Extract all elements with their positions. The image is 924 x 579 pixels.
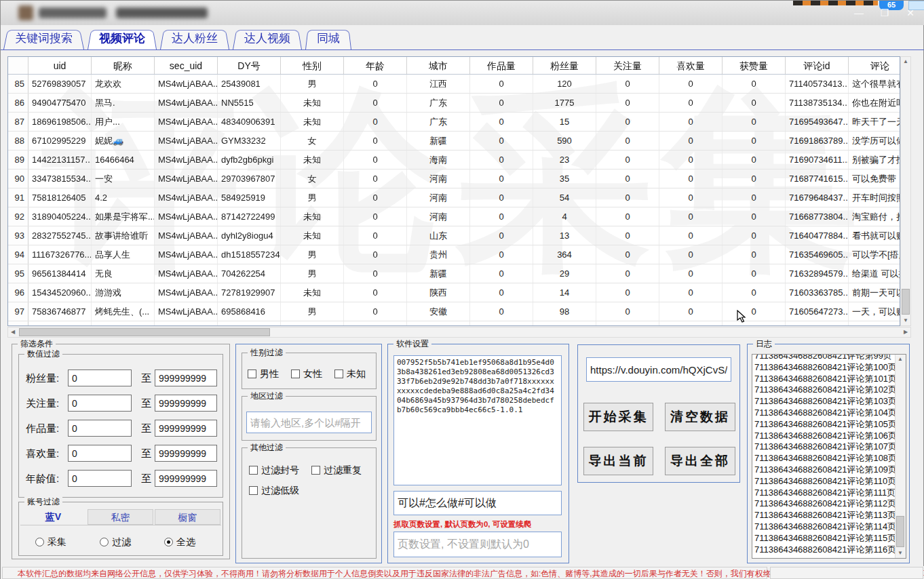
column-header-11[interactable]: 喜欢量	[659, 57, 723, 74]
log-listbox[interactable]: 7113864346882608421评论第99页711386434688260…	[752, 354, 906, 559]
account-radio-1[interactable]: 采集	[35, 536, 66, 548]
table-row[interactable]: 9596561384414无良MS4wLjABAA...704262254男0新…	[8, 264, 900, 283]
column-header-13[interactable]: 评论id	[786, 57, 849, 74]
log-entry: 7113864346882608421评论第106页	[754, 431, 893, 442]
log-scrollbar[interactable]: ▲ ▼	[895, 355, 906, 558]
numeric-filter-to-input[interactable]	[155, 395, 217, 412]
row-number: 94	[8, 245, 28, 264]
table-row[interactable]: 9615434520960...游游戏MS4wLjABAA...72781929…	[8, 283, 900, 302]
license-textarea[interactable]: 007952f5b5b741eb1ef95068a8d1b95e4d03b8a4…	[393, 355, 562, 485]
column-header-2[interactable]: 昵称	[92, 57, 155, 74]
table-cell: 13	[533, 226, 596, 245]
log-scroll-thumb[interactable]	[896, 516, 904, 547]
numeric-filter-to-input[interactable]	[155, 470, 217, 487]
numeric-filter-from-input[interactable]	[68, 445, 132, 462]
gender-checkbox-2[interactable]: 女性	[291, 368, 322, 380]
gender-checkbox-3[interactable]: 未知	[334, 368, 366, 380]
column-header-4[interactable]: DY号	[218, 57, 281, 74]
table-cell: 0	[596, 169, 659, 188]
table-cell: 七年&	[92, 321, 155, 326]
numeric-filter-to-input[interactable]	[155, 445, 217, 462]
start-collect-button[interactable]: 开始采集	[583, 403, 653, 431]
column-header-14[interactable]: 评论	[849, 57, 900, 74]
account-radio-2[interactable]: 过滤	[100, 536, 131, 548]
numeric-filter-to-input[interactable]	[155, 420, 217, 437]
column-header-1[interactable]: uid	[28, 57, 92, 74]
other-checkbox-2[interactable]: 过滤重复	[311, 464, 362, 477]
table-row[interactable]: 9328327552745...故事讲给谁听MS4wLjABAA...dyhl2…	[8, 226, 900, 245]
numeric-filter-from-input[interactable]	[68, 395, 132, 412]
other-checkbox-3[interactable]: 过滤低级	[249, 485, 299, 497]
column-header-5[interactable]: 性别	[281, 57, 344, 74]
region-input[interactable]	[246, 412, 372, 433]
table-cell: 0	[659, 302, 723, 321]
log-scroll-down-icon[interactable]: ▼	[896, 548, 905, 558]
log-scroll-up-icon[interactable]: ▲	[896, 355, 905, 364]
numeric-filter-from-input[interactable]	[68, 420, 132, 437]
keyword-rule-input[interactable]	[393, 491, 562, 515]
table-row[interactable]: 91758181264054.2MS4wLjABAA...584925919男0…	[8, 188, 900, 207]
account-tab-1[interactable]: 蓝V	[20, 509, 86, 525]
maximize-button[interactable]: ❐	[874, 6, 895, 20]
hscroll-thumb[interactable]	[19, 328, 270, 336]
close-button[interactable]: ✕	[900, 6, 921, 20]
table-cell: 男	[281, 264, 344, 283]
table-vertical-scrollbar[interactable]: ▲ ▼	[900, 56, 911, 326]
tab-5[interactable]: 同城	[305, 28, 351, 49]
table-row[interactable]: 8694904775470黑马.MS4wLjABAA...NN5515未知0广东…	[8, 94, 900, 113]
table-horizontal-scrollbar[interactable]: ◀ ▶	[7, 327, 911, 338]
table-row[interactable]: 8718696198506...用户...MS4wLjABAA...483409…	[8, 113, 900, 132]
account-tab-2[interactable]: 私密	[88, 509, 153, 525]
table-row[interactable]: 8867102995229妮妮🚙MS4wLjABAA...GYM33232女0新…	[8, 132, 900, 151]
table-row[interactable]: 9898440083202七年&MS4wLjABAA...AMV_mai 03.…	[8, 321, 900, 326]
table-cell: 0	[723, 245, 786, 264]
page-count-input[interactable]	[393, 532, 562, 557]
numeric-filter-from-input[interactable]	[68, 470, 132, 487]
clear-data-button[interactable]: 清空数据	[665, 403, 735, 431]
gender-checkbox-1[interactable]: 男性	[248, 368, 279, 380]
export-all-button[interactable]: 导出全部	[665, 447, 735, 475]
column-header-12[interactable]: 获赞量	[723, 57, 786, 74]
table-cell: 71695493647...	[786, 113, 849, 131]
minimize-button[interactable]: —	[849, 6, 869, 20]
tab-3[interactable]: 达人粉丝	[160, 28, 229, 49]
log-items: 7113864346882608421评论第99页711386434688260…	[754, 354, 893, 555]
table-row[interactable]: 8914422131157...16466464MS4wLjABAA...dyf…	[8, 151, 900, 169]
scroll-left-icon[interactable]: ◀	[8, 327, 18, 337]
account-radio-3[interactable]: 全选	[164, 536, 195, 548]
other-checkbox-1[interactable]: 过滤封号	[249, 464, 299, 477]
table-row[interactable]: 9411167326776...品享人生MS4wLjABAA...dh15185…	[8, 245, 900, 264]
log-entry: 7113864346882608421评论第103页	[754, 396, 893, 407]
column-header-10[interactable]: 关注量	[596, 57, 659, 74]
account-tab-3[interactable]: 橱窗	[155, 509, 220, 525]
table-row[interactable]: 9775836746877烤蚝先生、(...MS4wLjABAA...69586…	[8, 302, 900, 321]
table-cell: 0	[470, 226, 533, 245]
scroll-up-icon[interactable]: ▲	[901, 57, 910, 66]
table-cell: 71603363785...	[786, 283, 849, 302]
table-row[interactable]: 9231890405224...如果是宇将军...MS4wLjABAA...87…	[8, 207, 900, 226]
other-filter-title: 其他过滤	[248, 442, 286, 454]
export-current-button[interactable]: 导出当前	[583, 447, 653, 475]
scroll-down-icon[interactable]: ▼	[901, 316, 910, 325]
account-filter-title: 账号过滤	[24, 496, 62, 508]
scroll-right-icon[interactable]: ▶	[901, 327, 910, 337]
video-url-input[interactable]	[586, 357, 731, 382]
table-cell: 河南	[407, 207, 470, 226]
tab-4[interactable]: 达人视频	[233, 28, 302, 49]
tab-2[interactable]: 视频评论	[88, 28, 157, 49]
column-header-7[interactable]: 城市	[407, 57, 470, 74]
numeric-filter-to-input[interactable]	[155, 370, 217, 386]
radio-icon	[164, 538, 173, 546]
column-header-3[interactable]: sec_uid	[155, 57, 218, 74]
table-row[interactable]: 9033473815534...一安MS4wLjABAA...297039678…	[8, 169, 900, 188]
column-header-6[interactable]: 年龄	[344, 57, 407, 74]
table-cell: 4	[533, 207, 596, 226]
table-cell: 71140573413...	[786, 75, 849, 93]
table-cell: 龙欢欢	[92, 75, 155, 93]
column-header-9[interactable]: 粉丝量	[533, 57, 596, 74]
numeric-filter-from-input[interactable]	[68, 370, 132, 386]
table-row[interactable]: 8552769839057龙欢欢MS4wLjABAA...25439081男0江…	[8, 75, 900, 94]
tab-1[interactable]: 关键词搜索	[3, 28, 84, 49]
column-header-8[interactable]: 作品量	[470, 57, 533, 74]
vscroll-thumb[interactable]	[902, 289, 910, 315]
